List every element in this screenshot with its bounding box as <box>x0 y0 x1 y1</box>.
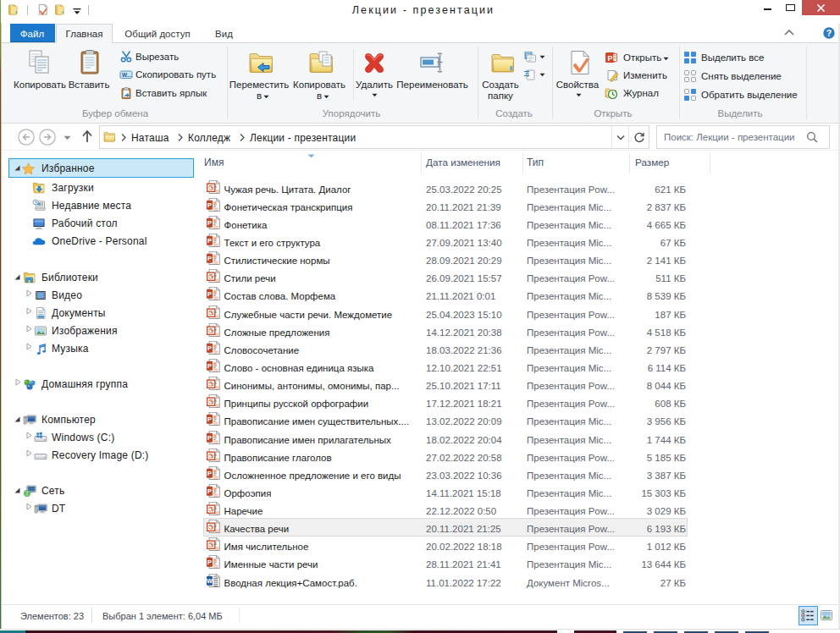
svg-text:?: ? <box>826 27 832 37</box>
